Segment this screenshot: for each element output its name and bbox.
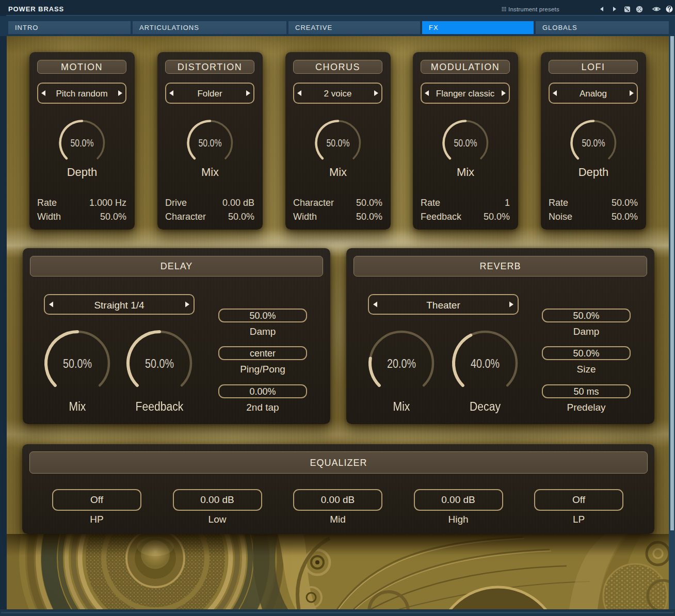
svg-text:50.0%: 50.0%: [454, 137, 477, 149]
svg-text:50.0%: 50.0%: [199, 137, 222, 149]
svg-text:20.0%: 20.0%: [387, 356, 416, 370]
svg-text:50.0%: 50.0%: [582, 137, 605, 149]
svg-text:50.0%: 50.0%: [327, 137, 350, 149]
svg-text:50.0%: 50.0%: [71, 137, 94, 149]
svg-text:50.0%: 50.0%: [145, 356, 174, 370]
svg-text:40.0%: 40.0%: [471, 356, 500, 370]
svg-text:50.0%: 50.0%: [63, 356, 92, 370]
